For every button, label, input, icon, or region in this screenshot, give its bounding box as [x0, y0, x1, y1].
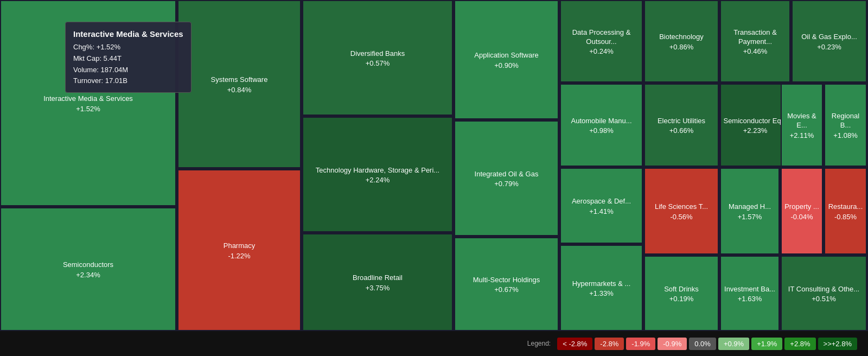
- cell-aerospace-def[interactable]: Aerospace & Def... +1.41%: [560, 168, 643, 244]
- cell-label-application-software: Application Software: [472, 50, 541, 61]
- cell-change-transaction-payment: +0.46%: [743, 47, 767, 55]
- cell-label-data-processing: Data Processing & Outsour...: [561, 27, 642, 48]
- cell-label-electric-utilities: Electric Utilities: [655, 116, 707, 127]
- cell-label-life-sciences: Life Sciences T...: [653, 201, 710, 213]
- cell-label-diversified-banks: Diversified Banks: [348, 48, 407, 60]
- cell-change-semiconductor-eq: +2.23%: [743, 126, 767, 135]
- cell-application-software[interactable]: Application Software +0.90%: [454, 0, 559, 119]
- cell-semiconductor-eq[interactable]: Semiconductor Eq... +2.23%: [720, 84, 790, 167]
- legend-item-3: -1.9%: [626, 338, 655, 350]
- cell-label-tech-hardware: Technology Hardware, Storage & Peri...: [314, 165, 442, 176]
- cell-regional-b[interactable]: Regional B... +1.08%: [824, 84, 867, 167]
- cell-change-managed-h: +1.57%: [738, 213, 762, 221]
- cell-label-pharmacy: Pharmacy: [221, 240, 258, 252]
- cell-label-automobile-manu: Automobile Manu...: [569, 116, 634, 127]
- cell-label-integrated-oil-gas: Integrated Oil & Gas: [473, 169, 541, 180]
- cell-label-regional-b: Regional B...: [825, 111, 866, 131]
- cell-interactive-media[interactable]: Interactive Media & Services +1.52%: [0, 0, 176, 206]
- cell-label-multi-sector: Multi-Sector Holdings: [471, 275, 542, 286]
- cell-label-movies-e: Movies & E...: [782, 111, 822, 131]
- cell-life-sciences[interactable]: Life Sciences T... -0.56%: [644, 168, 719, 255]
- cell-electric-utilities[interactable]: Electric Utilities +0.66%: [644, 84, 719, 167]
- cell-soft-drinks[interactable]: Soft Drinks +0.19%: [644, 256, 719, 331]
- cell-tech-hardware[interactable]: Technology Hardware, Storage & Peri... +…: [302, 117, 453, 232]
- cell-systems-software[interactable]: Systems Software +0.84%: [177, 0, 301, 168]
- cell-semiconductors[interactable]: Semiconductors +2.34%: [0, 207, 176, 331]
- cell-movies-e[interactable]: Movies & E... +2.11%: [781, 84, 823, 167]
- cell-label-systems-software: Systems Software: [209, 74, 270, 86]
- cell-transaction-payment[interactable]: Transaction & Payment... +0.46%: [720, 0, 790, 82]
- cell-change-aerospace-def: +1.41%: [589, 207, 613, 215]
- legend-item-6: +0.9%: [718, 338, 749, 350]
- cell-managed-h[interactable]: Managed H... +1.57%: [720, 168, 780, 255]
- cell-change-investment-ba: +1.63%: [738, 295, 762, 303]
- cell-label-semiconductors: Semiconductors: [61, 259, 116, 271]
- cell-label-managed-h: Managed H...: [726, 201, 773, 213]
- legend-item-8: +2.8%: [784, 338, 815, 350]
- cell-data-processing[interactable]: Data Processing & Outsour... +0.24%: [560, 0, 643, 82]
- cell-change-hypermarkets: +1.33%: [589, 289, 613, 297]
- cell-change-systems-software: +0.84%: [227, 86, 251, 94]
- cell-change-application-software: +0.90%: [494, 61, 518, 69]
- cell-label-it-consulting: IT Consulting & Othe...: [786, 284, 861, 295]
- cell-pharmacy[interactable]: Pharmacy -1.22%: [177, 169, 301, 331]
- cell-change-tech-hardware: +2.24%: [366, 176, 390, 184]
- legend-item-4: -0.9%: [658, 338, 687, 350]
- cell-oil-gas-explo[interactable]: Oil & Gas Explo... +0.23%: [792, 0, 867, 82]
- legend-item-5: 0.0%: [689, 338, 716, 350]
- cell-label-interactive-media: Interactive Media & Services: [41, 93, 135, 105]
- cell-change-regional-b: +1.08%: [833, 131, 857, 139]
- legend-label: Legend:: [527, 340, 551, 347]
- cell-change-property: -0.04%: [790, 213, 813, 221]
- cell-change-data-processing: +0.24%: [589, 47, 613, 55]
- cell-change-integrated-oil-gas: +0.79%: [494, 180, 518, 188]
- cell-label-property: Property ...: [782, 201, 821, 213]
- legend-item-7: +1.9%: [751, 338, 782, 350]
- cell-hypermarkets[interactable]: Hypermarkets & ... +1.33%: [560, 245, 643, 331]
- cell-change-semiconductors: +2.34%: [76, 271, 100, 279]
- cell-change-pharmacy: -1.22%: [228, 252, 250, 260]
- cell-label-semiconductor-eq: Semiconductor Eq...: [721, 116, 789, 127]
- legend-item-2: -2.8%: [595, 338, 624, 350]
- cell-automobile-manu[interactable]: Automobile Manu... +0.98%: [560, 84, 643, 167]
- cell-restaura[interactable]: Restaura... -0.85%: [824, 168, 867, 255]
- legend-bar: Legend: < -2.8% -2.8% -1.9% -0.9% 0.0% +…: [0, 331, 868, 356]
- cell-change-biotechnology: +0.86%: [669, 43, 693, 51]
- cell-diversified-banks[interactable]: Diversified Banks +0.57%: [302, 0, 453, 116]
- cell-change-soft-drinks: +0.19%: [669, 295, 693, 303]
- cell-change-automobile-manu: +0.98%: [589, 126, 613, 135]
- cell-change-electric-utilities: +0.66%: [669, 126, 693, 135]
- cell-broadline-retail[interactable]: Broadline Retail +3.75%: [302, 233, 453, 331]
- cell-biotechnology[interactable]: Biotechnology +0.86%: [644, 0, 719, 82]
- cell-label-biotechnology: Biotechnology: [657, 31, 706, 43]
- cell-multi-sector[interactable]: Multi-Sector Holdings +0.67%: [454, 237, 559, 331]
- cell-change-broadline-retail: +3.75%: [366, 284, 390, 292]
- cell-change-movies-e: +2.11%: [790, 131, 814, 139]
- cell-integrated-oil-gas[interactable]: Integrated Oil & Gas +0.79%: [454, 120, 559, 236]
- cell-label-transaction-payment: Transaction & Payment...: [721, 27, 789, 48]
- cell-change-it-consulting: +0.51%: [812, 295, 835, 303]
- cell-label-restaura: Restaura...: [826, 201, 865, 213]
- cell-change-oil-gas-explo: +0.23%: [817, 43, 841, 51]
- cell-label-investment-ba: Investment Ba...: [722, 284, 777, 295]
- cell-change-diversified-banks: +0.57%: [366, 59, 390, 67]
- legend-item-1: < -2.8%: [557, 338, 592, 350]
- cell-change-multi-sector: +0.67%: [494, 285, 518, 294]
- cell-investment-ba[interactable]: Investment Ba... +1.63%: [720, 256, 780, 331]
- cell-change-life-sciences: -0.56%: [670, 213, 692, 221]
- cell-change-restaura: -0.85%: [834, 213, 857, 221]
- cell-it-consulting[interactable]: IT Consulting & Othe... +0.51%: [781, 256, 867, 331]
- legend-item-9: >>+2.8%: [818, 338, 857, 350]
- cell-label-hypermarkets: Hypermarkets & ...: [570, 278, 633, 290]
- cell-label-oil-gas-explo: Oil & Gas Explo...: [799, 31, 859, 43]
- cell-property[interactable]: Property ... -0.04%: [781, 168, 823, 255]
- cell-label-aerospace-def: Aerospace & Def...: [570, 196, 633, 207]
- cell-label-soft-drinks: Soft Drinks: [662, 284, 701, 295]
- treemap-container: Interactive Media & Services +1.52% Inte…: [0, 0, 868, 331]
- cell-label-broadline-retail: Broadline Retail: [350, 272, 405, 284]
- cell-change-interactive-media: +1.52%: [76, 105, 100, 113]
